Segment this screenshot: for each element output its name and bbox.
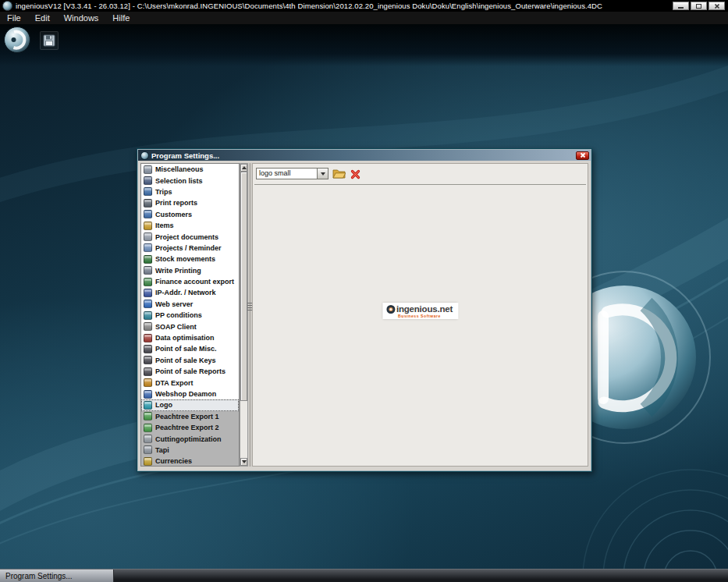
settings-list-item-label: Logo (155, 401, 172, 409)
settings-list-item-label: Items (155, 222, 174, 229)
notes-icon (144, 165, 152, 174)
settings-list-item-label: Write Printing (155, 267, 201, 275)
settings-list-item-label: Point of sale Keys (155, 357, 216, 364)
logo-preview: ingenious.net Business Software (382, 303, 458, 319)
settings-list-item-label: Print reports (155, 199, 197, 207)
settings-list-item-label: Project documents (155, 233, 218, 241)
finance-export-icon (144, 278, 152, 286)
dialog-title: Program Settings... (151, 151, 576, 160)
customers-icon (144, 210, 152, 218)
settings-list-item-pp-conditions[interactable]: PP conditions (141, 310, 239, 321)
settings-list-item-currencies[interactable]: Currencies (141, 456, 239, 467)
stock-box-icon (144, 255, 152, 264)
arrow-up-icon (242, 166, 247, 169)
settings-list-item-label: Data optimisation (155, 334, 215, 342)
save-button[interactable] (40, 31, 59, 50)
maximize-button[interactable] (691, 2, 707, 10)
network-icon (144, 289, 152, 297)
arrow-down-icon (242, 460, 247, 463)
settings-list-item-label: Projects / Reminder (155, 244, 222, 252)
settings-list-item-finance-account-export[interactable]: Finance account export (141, 276, 239, 287)
calendar-icon (144, 243, 152, 252)
settings-list-item-projects-reminder[interactable]: Projects / Reminder (141, 243, 239, 254)
coins-icon (144, 457, 152, 466)
app-icon (2, 1, 12, 11)
settings-list-item-cuttingoptimization[interactable]: Cuttingoptimization (141, 433, 239, 444)
scroll-up-button[interactable] (240, 164, 247, 172)
pos-reports-icon (144, 367, 152, 376)
settings-list-item-web-server[interactable]: Web server (141, 299, 239, 310)
dropdown-arrow-button[interactable] (317, 169, 328, 179)
logo-size-dropdown[interactable]: logo small (256, 168, 328, 179)
settings-list-item-logo[interactable]: Logo (141, 399, 239, 410)
settings-list-item-ip-addr-network[interactable]: IP-Addr. / Network (141, 287, 239, 298)
dialog-program-settings: Program Settings... MiscellaneousSelecti… (137, 148, 592, 472)
minimize-button[interactable] (673, 2, 689, 10)
phone-icon (144, 445, 152, 454)
settings-list-item-label: Miscellaneous (155, 165, 204, 173)
toolbar (0, 24, 728, 66)
trip-icon (144, 187, 152, 196)
taskbar-button-program-settings[interactable]: Program Settings... (0, 570, 114, 582)
settings-list-item-point-of-sale-misc[interactable]: Point of sale Misc. (141, 343, 239, 354)
settings-list-item-label: Point of sale Misc. (155, 345, 217, 353)
printer-icon (144, 199, 152, 208)
maximize-icon (696, 4, 701, 9)
settings-list-item-label: Web server (155, 300, 193, 308)
settings-list-item-miscellaneous[interactable]: Miscellaneous (141, 164, 239, 175)
settings-list-item-peachtree-export-2[interactable]: Peachtree Export 2 (141, 422, 239, 433)
settings-list-item-point-of-sale-keys[interactable]: Point of sale Keys (141, 355, 239, 366)
folder-icon (332, 168, 346, 179)
list-scrollbar[interactable] (240, 163, 248, 467)
settings-list-item-label: DTA Export (155, 379, 194, 387)
settings-list-item-label: Point of sale Reports (155, 367, 226, 375)
settings-list-item-items[interactable]: Items (141, 220, 239, 231)
settings-list-item-dta-export[interactable]: DTA Export (141, 377, 239, 388)
settings-list-item-print-reports[interactable]: Print reports (141, 197, 239, 208)
pos-keys-icon (144, 356, 152, 364)
scroll-thumb[interactable] (240, 172, 247, 401)
content-panel: logo small (252, 163, 588, 467)
dialog-titlebar[interactable]: Program Settings... (138, 150, 591, 161)
minimize-icon (678, 7, 684, 9)
menu-item-edit[interactable]: Edit (28, 12, 57, 24)
panel-splitter[interactable] (249, 163, 251, 467)
menu-item-file[interactable]: File (0, 12, 28, 24)
webshop-icon (144, 390, 152, 399)
floppy-icon (43, 34, 55, 47)
settings-list-item-trips[interactable]: Trips (141, 186, 239, 197)
settings-list-item-customers[interactable]: Customers (141, 209, 239, 220)
soap-icon (144, 322, 152, 331)
settings-list-item-point-of-sale-reports[interactable]: Point of sale Reports (141, 366, 239, 377)
item-box-icon (144, 222, 152, 230)
menu-item-hilfe[interactable]: Hilfe (105, 12, 137, 24)
chevron-down-icon (321, 172, 325, 176)
image-icon (144, 401, 152, 410)
window-controls (673, 2, 725, 10)
settings-list-item-selection-lists[interactable]: Selection lists (141, 175, 239, 186)
settings-list-item-soap-client[interactable]: SOAP Client (141, 321, 239, 332)
settings-list-item-tapi[interactable]: Tapi (141, 445, 239, 456)
close-icon (714, 3, 720, 9)
settings-list-item-data-optimisation[interactable]: Data optimisation (141, 332, 239, 343)
settings-list-item-stock-movements[interactable]: Stock movements (141, 254, 239, 264)
settings-list-item-label: Finance account export (155, 278, 234, 286)
dialog-close-button[interactable] (576, 151, 589, 160)
menu-item-windows[interactable]: Windows (57, 12, 106, 24)
settings-list-item-label: Customers (155, 211, 192, 218)
window-titlebar[interactable]: ingeniousV12 [V3.3.41 - 26.03.12] - C:\U… (0, 0, 728, 12)
open-folder-button[interactable] (332, 167, 346, 179)
pos-icon (144, 345, 152, 353)
close-button[interactable] (708, 2, 725, 10)
dialog-icon (140, 151, 149, 160)
settings-list-item-peachtree-export-1[interactable]: Peachtree Export 1 (141, 411, 239, 422)
settings-list-item-project-documents[interactable]: Project documents (141, 231, 239, 242)
logo-text: ingenious.net (396, 304, 453, 314)
scroll-down-button[interactable] (240, 458, 247, 466)
write-print-icon (144, 266, 152, 275)
scissors-icon (144, 435, 152, 443)
settings-list-item-webshop-deamon[interactable]: Webshop Deamon (141, 389, 239, 399)
settings-list-item-label: Tapi (155, 446, 169, 454)
delete-logo-button[interactable] (348, 168, 362, 180)
settings-list-item-write-printing[interactable]: Write Printing (141, 265, 239, 276)
